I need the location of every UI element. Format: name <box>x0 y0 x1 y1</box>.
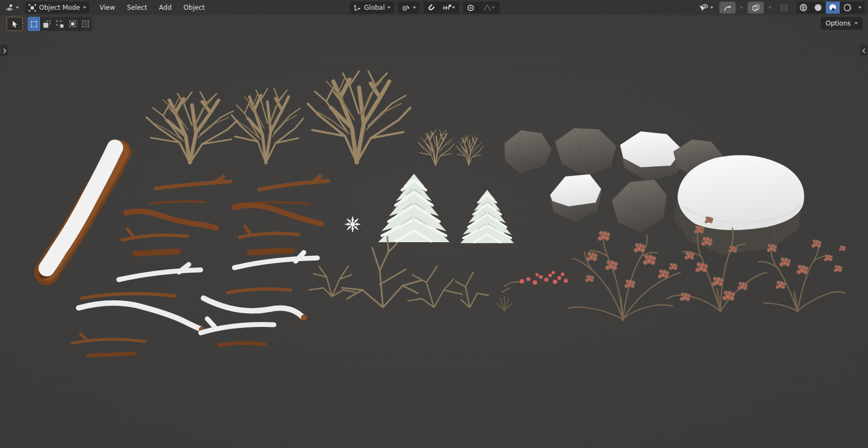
mode-selector[interactable]: Object Mode <box>25 2 90 14</box>
select-mode-intersect[interactable] <box>80 17 92 31</box>
chevron-down-icon <box>387 7 391 9</box>
chevron-down-icon <box>858 7 861 9</box>
proportional-editing-group <box>463 2 500 14</box>
chevron-down-icon <box>452 7 455 9</box>
menu-bar: View Select Add Object <box>94 2 211 14</box>
blender-3d-viewport-window: { "header": { "editor_type_icon": "edito… <box>0 0 868 448</box>
active-tool-select-box-button[interactable] <box>7 17 23 31</box>
tool-header-left <box>7 17 92 31</box>
gizmo-arrow-icon <box>723 4 732 12</box>
object-visibility-eye-icon <box>698 4 709 12</box>
chevron-right-icon <box>3 48 7 54</box>
select-intersect-icon <box>82 21 90 28</box>
pivot-point-dropdown[interactable] <box>398 2 419 14</box>
options-label: Options <box>826 20 851 27</box>
proportional-editing-icon <box>467 4 475 12</box>
chevron-down-icon <box>413 7 416 9</box>
pivot-point-icon <box>401 4 410 12</box>
material-preview-shading-icon <box>828 3 837 12</box>
select-mode-set[interactable] <box>28 17 40 31</box>
chevron-left-icon <box>862 48 866 54</box>
select-extend-icon <box>43 21 50 28</box>
sidebar-region-expand-toggle[interactable] <box>860 45 867 56</box>
shading-wireframe-button[interactable] <box>796 2 810 14</box>
mode-selector-label: Object Mode <box>39 4 80 11</box>
solid-shading-icon <box>814 3 822 12</box>
chevron-down-icon <box>492 7 495 9</box>
magnet-icon <box>427 4 435 12</box>
chevron-down-icon <box>16 7 19 9</box>
snap-toggle[interactable] <box>424 2 438 14</box>
select-invert-icon <box>69 21 76 28</box>
proportional-falloff-dropdown[interactable] <box>478 2 500 14</box>
cursor-arrow-icon <box>11 20 18 28</box>
header-right-group <box>697 0 865 15</box>
select-mode-extend[interactable] <box>41 17 53 31</box>
header-left-group: Object Mode View Select Add Object <box>3 0 210 15</box>
chevron-down-icon <box>710 7 713 9</box>
gizmos-dropdown-chevron[interactable] <box>740 7 743 9</box>
chevron-down-icon <box>854 22 858 24</box>
select-mode-subtract[interactable] <box>54 17 66 31</box>
object-mode-icon <box>28 4 36 12</box>
xray-toggle-icon <box>780 3 788 12</box>
options-dropdown[interactable]: Options <box>821 17 863 30</box>
gizmos-toggle[interactable] <box>719 2 736 14</box>
orientation-axes-icon <box>353 4 361 12</box>
transform-orientation-label: Global <box>364 4 385 11</box>
overlays-dropdown-chevron[interactable] <box>768 7 771 9</box>
viewport-header: Object Mode View Select Add Object Globa… <box>0 0 868 15</box>
3d-viewport[interactable] <box>0 15 868 448</box>
snap-with-dropdown[interactable] <box>438 2 459 14</box>
menu-select[interactable]: Select <box>121 2 153 14</box>
editor-type-3d-viewport-icon <box>5 3 14 12</box>
select-mode-group <box>28 17 92 31</box>
falloff-curve-icon <box>483 4 492 12</box>
proportional-editing-toggle[interactable] <box>463 2 477 14</box>
transform-orientation-dropdown[interactable]: Global <box>350 2 394 14</box>
overlays-toggle[interactable] <box>748 2 764 14</box>
snap-increment-icon <box>443 4 452 12</box>
editor-type-dropdown[interactable] <box>3 2 21 14</box>
snowflake-plant-object[interactable] <box>345 217 360 232</box>
menu-add[interactable]: Add <box>153 2 177 14</box>
shading-dropdown[interactable] <box>855 2 865 14</box>
select-subtract-icon <box>56 21 63 28</box>
shading-solid-button[interactable] <box>811 2 825 14</box>
snapping-group <box>424 2 459 14</box>
shading-material-preview-button[interactable] <box>826 2 840 14</box>
menu-view[interactable]: View <box>94 2 121 14</box>
shading-mode-group <box>796 2 865 14</box>
select-mode-invert[interactable] <box>67 17 79 31</box>
overlays-icon <box>751 4 761 12</box>
select-set-icon <box>31 21 37 27</box>
rendered-shading-icon <box>843 3 852 12</box>
shading-rendered-button[interactable] <box>840 2 854 14</box>
object-visibility-dropdown[interactable] <box>697 2 715 14</box>
chevron-down-icon <box>83 7 86 9</box>
header-center-group: Global <box>350 0 500 15</box>
xray-toggle[interactable] <box>776 2 792 14</box>
wireframe-shading-icon <box>799 3 808 12</box>
menu-object[interactable]: Object <box>177 2 210 14</box>
toolbar-region-expand-toggle[interactable] <box>1 45 8 56</box>
